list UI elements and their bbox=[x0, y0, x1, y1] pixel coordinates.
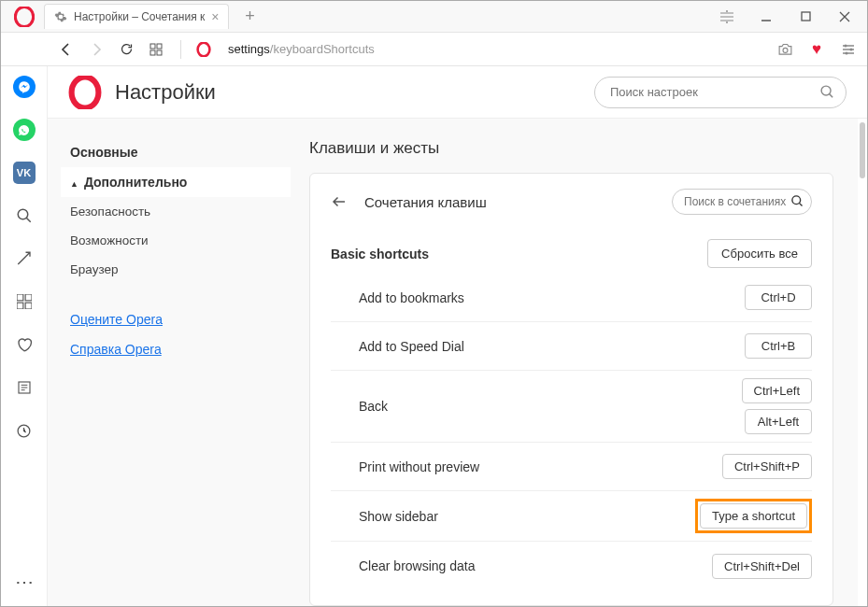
type-shortcut-button[interactable]: Type a shortcut bbox=[700, 503, 807, 529]
opera-url-icon bbox=[196, 42, 211, 57]
row-label: Back bbox=[359, 399, 388, 414]
shortcut-key-button[interactable]: Ctrl+D bbox=[745, 285, 812, 310]
section-title: Клавиши и жесты bbox=[309, 139, 833, 158]
shortcut-key-button[interactable]: Alt+Left bbox=[745, 409, 812, 434]
nav-browser[interactable]: Браузер bbox=[61, 255, 291, 284]
reset-all-button[interactable]: Сбросить все bbox=[707, 239, 812, 268]
shortcuts-card: Сочетания клавиш Basic shortcuts Сбросит… bbox=[309, 173, 833, 606]
svg-rect-2 bbox=[150, 44, 155, 49]
maximize-button[interactable] bbox=[794, 6, 817, 28]
svg-rect-13 bbox=[25, 294, 32, 301]
nav-advanced[interactable]: Дополнительно bbox=[61, 167, 291, 197]
tab-title: Настройки – Сочетания к bbox=[74, 10, 205, 23]
row-label: Show sidebar bbox=[359, 509, 438, 524]
row-label: Add to bookmarks bbox=[359, 290, 464, 305]
messenger-icon[interactable] bbox=[13, 76, 36, 98]
svg-point-8 bbox=[845, 44, 847, 47]
highlight-box: Type a shortcut bbox=[695, 499, 812, 533]
nav-help-opera[interactable]: Справка Opera bbox=[61, 334, 291, 364]
shortcut-key-button[interactable]: Ctrl+B bbox=[745, 333, 812, 359]
url-field[interactable]: settings/keyboardShortcuts bbox=[222, 42, 375, 56]
reload-button[interactable] bbox=[117, 40, 135, 59]
speed-dial-button[interactable] bbox=[147, 40, 165, 59]
settings-header: Настройки bbox=[48, 66, 867, 119]
shortcut-row: Add to Speed Dial Ctrl+B bbox=[331, 322, 812, 371]
new-tab-button[interactable]: + bbox=[236, 7, 263, 26]
whatsapp-icon[interactable] bbox=[13, 119, 36, 141]
settings-panel: Клавиши и жесты Сочетания клавиш Basic s… bbox=[291, 119, 858, 606]
tab-close-button[interactable]: × bbox=[211, 9, 219, 24]
shortcut-key-button[interactable]: Ctrl+Shift+Del bbox=[712, 554, 812, 579]
gear-icon bbox=[54, 10, 67, 23]
more-rail-icon[interactable]: ⋯ bbox=[13, 571, 36, 593]
back-button[interactable] bbox=[57, 40, 76, 59]
svg-point-0 bbox=[15, 7, 33, 26]
flow-icon[interactable] bbox=[13, 247, 36, 270]
svg-point-19 bbox=[821, 86, 831, 95]
opera-logo-icon[interactable] bbox=[14, 7, 35, 27]
shortcut-key-button[interactable]: Ctrl+Left bbox=[742, 378, 813, 403]
settings-nav: Основные Дополнительно Безопасность Возм… bbox=[48, 119, 291, 606]
svg-point-7 bbox=[783, 48, 788, 52]
row-label: Add to Speed Dial bbox=[359, 339, 464, 354]
nav-basics[interactable]: Основные bbox=[61, 137, 291, 167]
shortcut-row: Print without preview Ctrl+Shift+P bbox=[331, 443, 812, 491]
menu-lines-icon[interactable] bbox=[716, 6, 738, 28]
scrollbar[interactable] bbox=[860, 122, 865, 178]
search-settings-input[interactable] bbox=[594, 77, 847, 108]
snapshot-icon[interactable] bbox=[776, 40, 794, 59]
search-rail-icon[interactable] bbox=[13, 205, 36, 227]
browser-tab[interactable]: Настройки – Сочетания к × bbox=[44, 4, 229, 29]
minimize-button[interactable] bbox=[755, 6, 777, 28]
nav-rate-opera[interactable]: Оцените Opera bbox=[61, 304, 291, 334]
svg-point-18 bbox=[72, 77, 99, 107]
news-rail-icon[interactable] bbox=[13, 376, 36, 399]
svg-point-6 bbox=[198, 42, 210, 56]
shortcut-key-button[interactable]: Ctrl+Shift+P bbox=[722, 454, 812, 479]
history-rail-icon[interactable] bbox=[13, 419, 36, 442]
card-title: Сочетания клавиш bbox=[364, 194, 487, 210]
svg-point-11 bbox=[18, 209, 28, 219]
address-bar: settings/keyboardShortcuts ♥ bbox=[1, 33, 867, 66]
svg-rect-12 bbox=[17, 294, 23, 301]
svg-rect-4 bbox=[150, 50, 155, 55]
svg-rect-15 bbox=[25, 303, 32, 309]
vk-icon[interactable]: VK bbox=[13, 162, 36, 184]
row-label: Print without preview bbox=[359, 459, 479, 474]
easy-setup-icon[interactable] bbox=[839, 40, 858, 59]
subhead-title: Basic shortcuts bbox=[331, 247, 429, 261]
shortcut-row: Back Ctrl+Left Alt+Left bbox=[331, 371, 812, 443]
svg-rect-5 bbox=[157, 50, 162, 55]
shortcut-row: Add to bookmarks Ctrl+D bbox=[331, 274, 812, 322]
search-shortcuts[interactable] bbox=[672, 189, 812, 215]
shortcut-row: Show sidebar Type a shortcut bbox=[331, 491, 812, 542]
opera-logo-large-icon bbox=[68, 76, 102, 109]
titlebar: Настройки – Сочетания к × + bbox=[1, 1, 867, 33]
sidebar-rail: VK ⋯ bbox=[1, 66, 48, 606]
svg-point-20 bbox=[792, 196, 801, 205]
close-window-button[interactable] bbox=[833, 6, 856, 28]
svg-point-9 bbox=[850, 48, 853, 50]
back-arrow-icon[interactable] bbox=[331, 193, 348, 210]
svg-rect-14 bbox=[17, 303, 23, 309]
nav-security[interactable]: Безопасность bbox=[61, 197, 291, 226]
search-settings[interactable] bbox=[594, 77, 847, 108]
search-icon bbox=[819, 84, 835, 100]
forward-button[interactable] bbox=[87, 40, 106, 59]
shortcut-row: Clear browsing data Ctrl+Shift+Del bbox=[331, 542, 812, 590]
bookmarks-rail-icon[interactable] bbox=[13, 333, 36, 356]
svg-rect-3 bbox=[157, 44, 162, 49]
svg-point-10 bbox=[846, 51, 848, 54]
nav-features[interactable]: Возможности bbox=[61, 226, 291, 255]
page-title: Настройки bbox=[115, 80, 216, 105]
bookmark-heart-icon[interactable]: ♥ bbox=[807, 40, 826, 59]
speed-dial-rail-icon[interactable] bbox=[13, 290, 36, 313]
row-label: Clear browsing data bbox=[359, 558, 476, 573]
search-icon bbox=[790, 194, 804, 208]
svg-rect-1 bbox=[802, 12, 810, 21]
